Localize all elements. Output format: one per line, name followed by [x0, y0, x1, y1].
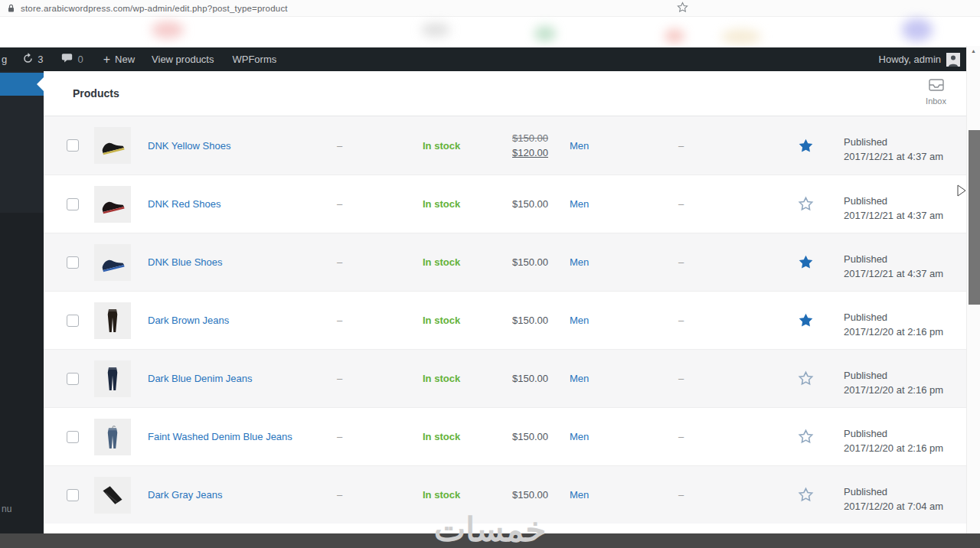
featured-star-toggle[interactable] — [767, 254, 844, 270]
updates-count: 3 — [38, 54, 43, 65]
publish-status: Published — [844, 195, 887, 207]
category-link[interactable]: Men — [570, 256, 589, 268]
publish-date: 2017/12/21 at 4:37 am — [844, 268, 943, 279]
category-link[interactable]: Men — [570, 373, 589, 384]
product-thumbnail[interactable] — [94, 477, 131, 514]
blur-blob — [665, 29, 684, 43]
product-row: Dark Blue Denim Jeans – In stock $150.00… — [44, 349, 966, 407]
sku-cell: – — [334, 431, 418, 442]
browser-chrome-blur — [0, 17, 980, 47]
product-name-link[interactable]: DNK Red Shoes — [148, 198, 220, 210]
row-checkbox[interactable] — [67, 256, 79, 269]
star-filled-icon — [798, 254, 814, 270]
comments-menu[interactable]: 0 — [61, 47, 83, 71]
product-name-link[interactable]: Faint Washed Denim Blue Jeans — [148, 431, 292, 442]
row-checkbox[interactable] — [67, 139, 79, 152]
featured-star-toggle[interactable] — [767, 196, 844, 212]
product-thumbnail[interactable] — [94, 419, 131, 455]
sku-cell: – — [334, 140, 418, 152]
product-name-link[interactable]: Dark Gray Jeans — [148, 489, 223, 501]
publish-status: Published — [844, 312, 887, 323]
publish-status: Published — [844, 428, 887, 439]
publish-date: 2017/12/21 at 4:37 am — [844, 151, 943, 162]
view-products-menu[interactable]: View products — [152, 47, 214, 71]
stock-status: In stock — [418, 256, 504, 268]
product-name-link[interactable]: DNK Yellow Shoes — [148, 140, 230, 152]
product-row: DNK Blue Shoes – In stock $150.00 Men – … — [44, 233, 966, 291]
date-cell: Published 2017/12/20 at 2:16 pm — [844, 368, 952, 397]
new-menu[interactable]: + New — [103, 47, 135, 71]
featured-star-toggle[interactable] — [767, 487, 844, 503]
row-checkbox[interactable] — [67, 489, 79, 501]
product-thumbnail[interactable] — [94, 127, 131, 164]
howdy-account-menu[interactable]: Howdy, admin — [879, 54, 941, 65]
stock-status: In stock — [418, 489, 504, 501]
product-thumbnail[interactable] — [94, 186, 131, 223]
publish-date: 2017/12/20 at 2:16 pm — [844, 442, 943, 454]
avatar[interactable] — [946, 53, 960, 67]
sidebar-submenu-region — [0, 213, 44, 533]
inbox-button[interactable]: Inbox — [926, 79, 946, 106]
publish-status: Published — [844, 370, 887, 381]
date-cell: Published 2017/12/20 at 2:16 pm — [844, 426, 952, 455]
featured-star-toggle[interactable] — [767, 429, 844, 445]
comments-count: 0 — [77, 54, 83, 65]
scroll-up-arrow[interactable]: ▲ — [967, 48, 980, 54]
scrollbar-thumb[interactable] — [969, 130, 980, 305]
main-content: Products Inbox DNK Yellow Shoes – In sto… — [44, 71, 966, 533]
date-cell: Published 2017/12/21 at 4:37 am — [844, 135, 952, 164]
active-item-notch — [37, 77, 44, 91]
update-icon — [22, 53, 34, 67]
price-cell: $150.00 — [504, 371, 548, 386]
star-outline-icon — [798, 196, 814, 212]
product-thumbnail[interactable] — [94, 244, 131, 281]
publish-date: 2017/12/20 at 2:16 pm — [844, 326, 943, 338]
category-link[interactable]: Men — [570, 431, 589, 442]
price-cell: $150.00 — [504, 255, 548, 269]
publish-date: 2017/12/20 at 2:16 pm — [844, 384, 943, 396]
collapse-menu-partial[interactable]: nu — [2, 504, 11, 514]
row-checkbox[interactable] — [67, 198, 79, 210]
url-text[interactable]: store.arabicwordpress.com/wp-admin/edit.… — [21, 4, 288, 13]
publish-date: 2017/12/20 at 7:04 am — [844, 501, 943, 512]
stock-status: In stock — [418, 431, 504, 442]
blur-blob — [421, 23, 450, 37]
date-cell: Published 2017/12/21 at 4:37 am — [844, 194, 952, 223]
wpforms-menu[interactable]: WPForms — [232, 47, 276, 71]
product-thumbnail[interactable] — [94, 302, 131, 339]
publish-status: Published — [844, 136, 887, 148]
category-link[interactable]: Men — [570, 140, 589, 152]
category-link[interactable]: Men — [570, 198, 589, 210]
tags-cell: – — [671, 373, 767, 384]
publish-status: Published — [844, 486, 887, 497]
scrollbar-track[interactable]: ▲ — [966, 46, 980, 533]
category-link[interactable]: Men — [570, 315, 589, 326]
stock-status: In stock — [418, 315, 504, 326]
updates-menu[interactable]: 3 — [22, 47, 43, 71]
row-checkbox[interactable] — [67, 315, 79, 327]
row-checkbox[interactable] — [67, 373, 79, 385]
tags-cell: – — [671, 431, 767, 442]
admin-sidebar: nu — [0, 71, 44, 533]
product-name-link[interactable]: DNK Blue Shoes — [148, 256, 223, 268]
star-outline-icon — [798, 487, 814, 503]
sidebar-item-products-active[interactable] — [0, 73, 44, 96]
bookmark-star-icon[interactable] — [677, 2, 688, 16]
product-name-link[interactable]: Dark Blue Denim Jeans — [148, 373, 253, 384]
wp-admin-bar: g 3 0 + New View products WPForms Howdy, — [0, 47, 966, 71]
plus-icon: + — [103, 54, 110, 66]
tags-cell: – — [671, 489, 767, 501]
featured-star-toggle[interactable] — [767, 370, 844, 387]
featured-star-toggle[interactable] — [767, 312, 844, 328]
publish-status: Published — [844, 253, 887, 265]
product-thumbnail[interactable] — [94, 360, 131, 397]
site-name-partial[interactable]: g — [2, 47, 7, 71]
price-cell: $150.00 — [504, 313, 548, 328]
product-name-link[interactable]: Dark Brown Jeans — [148, 315, 229, 326]
row-checkbox[interactable] — [67, 431, 79, 443]
inbox-icon — [929, 79, 944, 94]
category-link[interactable]: Men — [570, 489, 589, 501]
featured-star-toggle[interactable] — [767, 138, 844, 154]
product-row: DNK Yellow Shoes – In stock $150.00$120.… — [44, 116, 966, 175]
publish-date: 2017/12/21 at 4:37 am — [844, 210, 943, 221]
